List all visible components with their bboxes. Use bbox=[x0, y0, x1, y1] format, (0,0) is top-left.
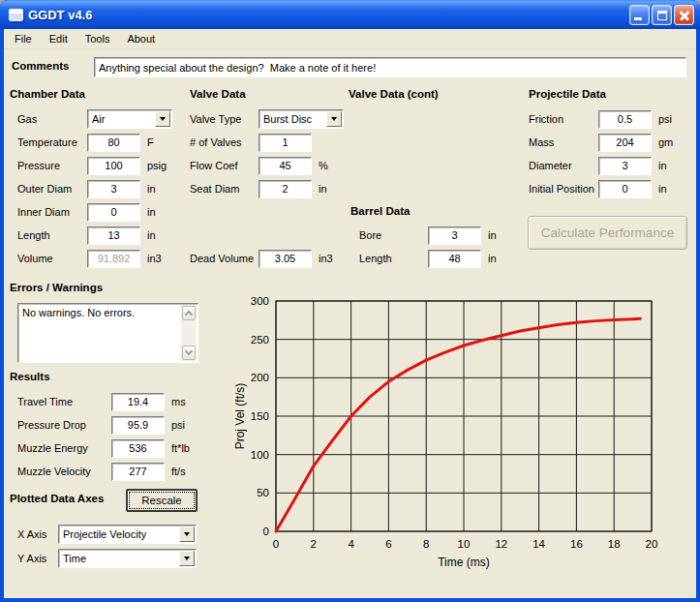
initial-position-unit: in bbox=[658, 183, 667, 195]
pressure-drop-unit: psi bbox=[171, 419, 185, 431]
velocity-time-chart: 02468101214161820050100150200250300Time … bbox=[232, 286, 695, 583]
seat-diam-row: Seat Diam in bbox=[190, 177, 344, 200]
comments-input[interactable] bbox=[94, 57, 686, 77]
diameter-unit: in bbox=[658, 160, 667, 171]
dead-volume-label: Dead Volume bbox=[190, 253, 259, 264]
svg-text:Time (ms): Time (ms) bbox=[438, 556, 490, 569]
svg-text:200: 200 bbox=[251, 372, 269, 383]
y-axis-select[interactable]: Time bbox=[58, 549, 197, 568]
muzzle-velocity-field[interactable] bbox=[111, 463, 165, 481]
svg-text:150: 150 bbox=[251, 410, 269, 422]
menu-about[interactable]: About bbox=[118, 30, 164, 47]
outer-diam-label: Outer Diam bbox=[17, 183, 87, 195]
dead-volume-unit: in3 bbox=[319, 253, 333, 264]
scroll-down-button[interactable] bbox=[182, 346, 196, 360]
chamber-length-label: Length bbox=[17, 229, 87, 241]
svg-text:18: 18 bbox=[608, 538, 621, 550]
svg-text:Proj Vel (ft/s): Proj Vel (ft/s) bbox=[233, 383, 247, 450]
svg-text:2: 2 bbox=[311, 538, 317, 550]
mass-field[interactable] bbox=[598, 134, 652, 152]
gas-select[interactable]: Air bbox=[87, 109, 172, 129]
pressure-drop-field[interactable] bbox=[111, 416, 165, 435]
menu-edit[interactable]: Edit bbox=[41, 30, 76, 47]
calculate-performance-button[interactable]: Calculate Performance bbox=[528, 216, 687, 250]
inner-diam-label: Inner Diam bbox=[17, 206, 87, 218]
errors-box: No warnings. No errors. bbox=[17, 303, 198, 363]
barrel-data-section: Bore in Length in bbox=[359, 224, 497, 270]
initial-position-field[interactable] bbox=[598, 180, 652, 198]
num-valves-field[interactable] bbox=[259, 134, 312, 152]
inner-diam-unit: in bbox=[147, 206, 156, 218]
friction-field[interactable] bbox=[598, 110, 652, 129]
chevron-down-icon[interactable] bbox=[179, 527, 195, 542]
temperature-unit: F bbox=[147, 136, 154, 148]
travel-time-row: Travel Time ms bbox=[17, 390, 190, 413]
valve-data-header: Valve Data bbox=[190, 88, 246, 100]
flow-coef-unit: % bbox=[319, 160, 328, 171]
mass-row: Mass gm bbox=[529, 131, 673, 154]
menu-file[interactable]: File bbox=[6, 30, 41, 47]
chevron-down-icon[interactable] bbox=[326, 111, 342, 127]
results-header: Results bbox=[10, 371, 50, 382]
travel-time-label: Travel Time bbox=[17, 396, 111, 407]
chamber-length-field[interactable] bbox=[87, 226, 140, 245]
x-axis-select[interactable]: Projectile Velocity bbox=[58, 525, 197, 544]
outer-diam-field[interactable] bbox=[87, 180, 140, 198]
flow-coef-label: Flow Coef bbox=[190, 160, 259, 171]
minimize-icon bbox=[634, 17, 642, 20]
svg-text:10: 10 bbox=[458, 538, 471, 550]
errors-scrollbar[interactable] bbox=[181, 305, 197, 361]
muzzle-velocity-row: Muzzle Velocity ft/s bbox=[17, 460, 190, 483]
maximize-button[interactable] bbox=[652, 5, 672, 25]
rescale-button[interactable]: Rescale bbox=[126, 489, 198, 512]
pressure-label: Pressure bbox=[17, 160, 87, 171]
pressure-field[interactable] bbox=[87, 157, 140, 175]
barrel-length-field[interactable] bbox=[428, 250, 481, 268]
mass-label: Mass bbox=[529, 136, 598, 148]
close-button[interactable] bbox=[674, 5, 694, 25]
window-titlebar: GGDT v4.6 bbox=[0, 0, 700, 29]
num-valves-label: # of Valves bbox=[190, 136, 259, 148]
diameter-row: Diameter in bbox=[529, 154, 673, 177]
inner-diam-field[interactable] bbox=[87, 203, 140, 222]
dead-volume-row: Dead Volume in3 bbox=[190, 247, 344, 270]
maximize-icon bbox=[657, 11, 667, 20]
y-axis-label: Y Axis bbox=[17, 553, 58, 564]
svg-text:100: 100 bbox=[251, 449, 269, 461]
travel-time-field[interactable] bbox=[111, 393, 165, 411]
valve-type-row: Valve Type Burst Disc bbox=[190, 107, 344, 131]
chamber-data-section: Gas Air Temperature F Pressure psig Oute… bbox=[17, 107, 172, 270]
flow-coef-field[interactable] bbox=[259, 157, 312, 175]
barrel-length-unit: in bbox=[488, 253, 497, 264]
bore-field[interactable] bbox=[428, 226, 481, 245]
chevron-down-icon[interactable] bbox=[155, 111, 170, 127]
minimize-button[interactable] bbox=[629, 5, 650, 25]
svg-text:300: 300 bbox=[251, 295, 269, 307]
scroll-up-button[interactable] bbox=[182, 306, 196, 320]
plotted-data-axes-header: Plotted Data Axes bbox=[10, 493, 104, 504]
chamber-length-unit: in bbox=[147, 229, 156, 241]
chart-plot: 02468101214161820050100150200250300Time … bbox=[232, 286, 695, 583]
muzzle-energy-field[interactable] bbox=[111, 439, 165, 458]
temperature-field[interactable] bbox=[87, 134, 140, 152]
friction-unit: psi bbox=[658, 113, 672, 125]
bore-row: Bore in bbox=[359, 224, 497, 247]
dead-volume-field[interactable] bbox=[259, 250, 312, 268]
seat-diam-field[interactable] bbox=[259, 180, 312, 198]
barrel-length-label: Length bbox=[359, 253, 428, 264]
valve-type-select[interactable]: Burst Disc bbox=[259, 109, 344, 129]
app-window: GGDT v4.6 File Edit Tools About Comments… bbox=[0, 0, 700, 602]
flow-coef-row: Flow Coef % bbox=[190, 154, 344, 177]
errors-text: No warnings. No errors. bbox=[22, 307, 135, 318]
bore-unit: in bbox=[488, 229, 497, 241]
gas-label: Gas bbox=[17, 113, 87, 125]
diameter-field[interactable] bbox=[598, 157, 652, 175]
inner-diam-row: Inner Diam in bbox=[17, 200, 172, 224]
pressure-drop-label: Pressure Drop bbox=[17, 419, 111, 431]
num-valves-row: # of Valves bbox=[190, 131, 344, 154]
muzzle-energy-label: Muzzle Energy bbox=[17, 442, 111, 454]
menu-tools[interactable]: Tools bbox=[76, 30, 119, 47]
chevron-up-icon bbox=[185, 311, 193, 318]
chevron-down-icon[interactable] bbox=[179, 551, 195, 566]
y-axis-row: Y Axis Time bbox=[17, 546, 197, 570]
